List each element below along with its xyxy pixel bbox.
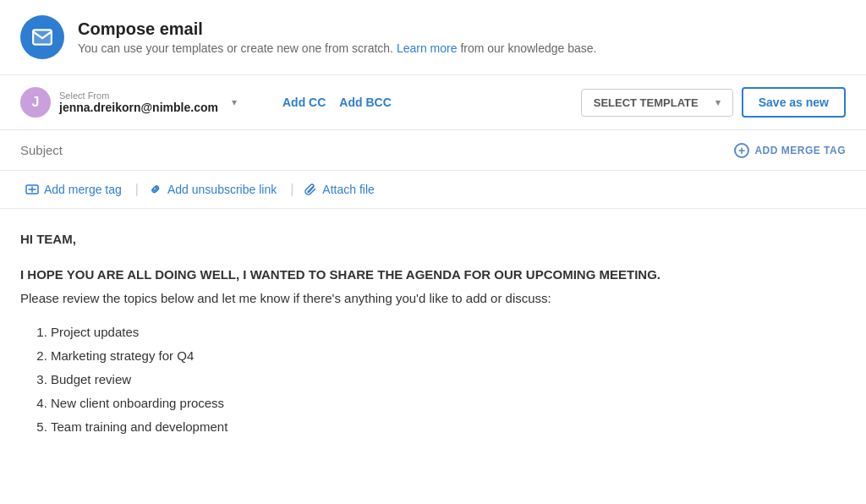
compose-icon xyxy=(20,15,64,59)
select-from-label: Select From xyxy=(59,90,218,101)
cc-bcc-section: Add CC Add BCC xyxy=(277,92,397,112)
link-icon xyxy=(149,183,162,196)
subject-row: + ADD MERGE TAG xyxy=(0,130,866,171)
save-as-new-button[interactable]: Save as new xyxy=(742,87,846,118)
list-item: New client onboarding process xyxy=(51,393,846,414)
select-template-label: SELECT TEMPLATE xyxy=(594,96,699,109)
circle-plus-icon: + xyxy=(734,143,749,158)
email-list: Project updatesMarketing strategy for Q4… xyxy=(51,322,846,437)
list-item: Team training and development xyxy=(51,417,846,437)
select-template-dropdown[interactable]: SELECT TEMPLATE ▾ xyxy=(581,89,733,117)
from-email: jenna.dreikorn@nimble.com xyxy=(59,101,218,114)
header-text: Compose email You can use your templates… xyxy=(78,19,596,55)
from-dropdown-arrow-icon[interactable]: ▾ xyxy=(232,96,237,108)
header-description: You can use your templates or create new… xyxy=(78,41,596,55)
add-merge-tag-button[interactable]: + ADD MERGE TAG xyxy=(734,143,846,158)
merge-tag-icon xyxy=(25,183,39,196)
from-label-group: Select From jenna.dreikorn@nimble.com xyxy=(59,90,218,114)
subject-input[interactable] xyxy=(20,143,734,157)
list-item: Project updates xyxy=(51,322,846,342)
email-line-2: I HOPE YOU ARE ALL DOING WELL, I WANTED … xyxy=(20,265,846,285)
list-item: Marketing strategy for Q4 xyxy=(51,346,846,366)
email-line-3: Please review the topics below and let m… xyxy=(20,288,846,309)
add-merge-tag-toolbar-button[interactable]: Add merge tag xyxy=(20,179,130,200)
toolbar-separator-1: | xyxy=(135,182,139,197)
from-section: J Select From jenna.dreikorn@nimble.com … xyxy=(20,87,257,118)
toolbar-separator-2: | xyxy=(290,182,293,197)
merge-tag-label: ADD MERGE TAG xyxy=(754,145,846,156)
attachment-icon xyxy=(304,183,317,196)
page-title: Compose email xyxy=(78,19,596,39)
email-line-1: HI TEAM, xyxy=(20,229,846,249)
add-bcc-button[interactable]: Add BCC xyxy=(334,92,396,112)
from-row: J Select From jenna.dreikorn@nimble.com … xyxy=(0,75,866,130)
email-body: HI TEAM, I HOPE YOU ARE ALL DOING WELL, … xyxy=(0,209,866,461)
avatar: J xyxy=(20,87,51,118)
template-dropdown-arrow-icon: ▾ xyxy=(715,97,721,108)
add-cc-button[interactable]: Add CC xyxy=(277,92,331,112)
add-unsubscribe-link-button[interactable]: Add unsubscribe link xyxy=(144,179,285,200)
attach-file-button[interactable]: Attach file xyxy=(299,179,382,200)
list-item: Budget review xyxy=(51,370,846,390)
toolbar-row: Add merge tag | Add unsubscribe link | A… xyxy=(0,171,866,209)
learn-more-link[interactable]: Learn more xyxy=(397,41,458,55)
template-section: SELECT TEMPLATE ▾ Save as new xyxy=(581,87,846,118)
compose-header: Compose email You can use your templates… xyxy=(0,0,866,75)
